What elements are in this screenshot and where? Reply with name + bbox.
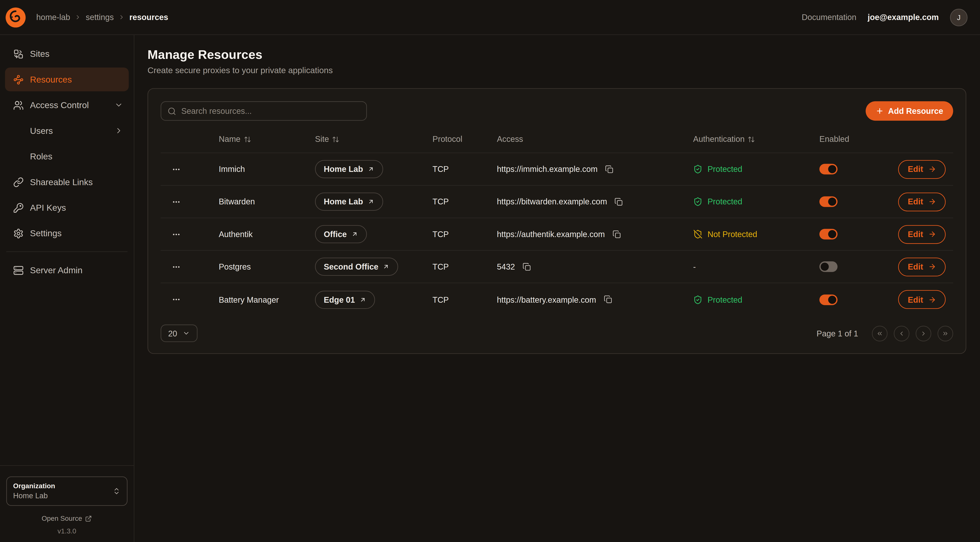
enabled-toggle[interactable] xyxy=(819,164,838,175)
site-link-button[interactable]: Edge 01 xyxy=(315,290,375,309)
search-icon xyxy=(167,107,176,115)
previous-page-button[interactable] xyxy=(894,325,909,341)
add-resource-label: Add Resource xyxy=(888,106,943,116)
column-header-name[interactable]: Name xyxy=(219,134,315,144)
sites-icon xyxy=(13,48,24,59)
sidebar-item-roles[interactable]: Roles xyxy=(5,145,129,168)
edit-button[interactable]: Edit xyxy=(899,257,946,276)
key-icon xyxy=(13,202,24,213)
organization-label: Organization xyxy=(13,481,55,491)
last-page-button[interactable] xyxy=(937,325,953,341)
row-menu-button[interactable] xyxy=(169,260,183,273)
edit-button[interactable]: Edit xyxy=(899,192,946,211)
arrow-right-icon xyxy=(928,295,936,304)
avatar[interactable]: J xyxy=(950,8,967,26)
row-menu-button[interactable] xyxy=(169,195,183,209)
chevrons-left-icon xyxy=(876,330,883,337)
sidebar-item-settings[interactable]: Settings xyxy=(5,222,129,245)
open-source-label: Open Source xyxy=(42,515,82,522)
column-header-authentication[interactable]: Authentication xyxy=(693,134,819,144)
sidebar-item-api-keys[interactable]: API Keys xyxy=(5,196,129,220)
next-page-button[interactable] xyxy=(916,325,931,341)
sort-icon xyxy=(332,135,340,143)
copy-icon[interactable] xyxy=(602,294,614,305)
page-subtitle: Create secure proxies to your private ap… xyxy=(148,65,966,75)
sidebar: Sites Resources Access Control User xyxy=(0,35,134,542)
sidebar-item-label: Roles xyxy=(30,151,52,161)
sidebar-item-resources[interactable]: Resources xyxy=(5,67,129,91)
copy-icon[interactable] xyxy=(604,164,615,175)
first-page-button[interactable] xyxy=(872,325,888,341)
sidebar-item-label: API Keys xyxy=(30,202,66,212)
breadcrumb-org[interactable]: home-lab xyxy=(36,13,70,22)
sort-icon xyxy=(748,135,755,143)
row-menu-button[interactable] xyxy=(169,227,183,241)
sidebar-item-users[interactable]: Users xyxy=(5,119,129,142)
resource-protocol: TCP xyxy=(433,197,497,206)
resource-protocol: TCP xyxy=(433,262,497,271)
pangolin-logo-icon xyxy=(5,6,26,28)
arrow-right-icon xyxy=(928,263,936,271)
resource-protocol: TCP xyxy=(433,230,497,239)
search-input[interactable] xyxy=(181,106,360,116)
breadcrumb-settings[interactable]: settings xyxy=(86,13,114,22)
site-link-button[interactable]: Home Lab xyxy=(315,160,383,178)
resource-name: Battery Manager xyxy=(219,295,315,304)
chevron-right-icon xyxy=(118,14,125,21)
site-link-button[interactable]: Second Office xyxy=(315,258,398,276)
open-source-link[interactable]: Open Source xyxy=(6,515,128,522)
organization-selector[interactable]: Organization Home Lab xyxy=(6,477,128,506)
page-info: Page 1 of 1 xyxy=(816,328,858,338)
column-header-protocol: Protocol xyxy=(433,134,497,144)
ellipsis-icon xyxy=(172,197,181,206)
edit-button[interactable]: Edit xyxy=(899,225,946,244)
authentication-badge: Protected xyxy=(693,295,742,304)
table-row: Authentik Office TCP https://authentik.e… xyxy=(161,218,953,251)
arrow-right-icon xyxy=(928,230,936,238)
row-menu-button[interactable] xyxy=(169,293,183,306)
gear-icon xyxy=(13,228,24,239)
ellipsis-icon xyxy=(172,262,181,271)
user-email[interactable]: joe@example.com xyxy=(868,13,939,22)
table-header: Name Site Protocol Access Authentication… xyxy=(161,126,953,153)
edit-button[interactable]: Edit xyxy=(899,290,946,309)
site-link-button[interactable]: Office xyxy=(315,225,367,243)
site-link-button[interactable]: Home Lab xyxy=(315,193,383,211)
enabled-toggle[interactable] xyxy=(819,229,838,239)
page-size-select[interactable]: 20 xyxy=(161,325,198,342)
enabled-toggle[interactable] xyxy=(819,261,838,272)
sidebar-item-sites[interactable]: Sites xyxy=(5,42,129,65)
plus-icon xyxy=(876,107,884,115)
page-title: Manage Resources xyxy=(148,48,966,62)
external-link-icon xyxy=(85,515,92,522)
sidebar-item-shareable-links[interactable]: Shareable Links xyxy=(5,170,129,194)
column-header-site[interactable]: Site xyxy=(315,134,433,144)
sidebar-item-access-control[interactable]: Access Control xyxy=(5,93,129,117)
add-resource-button[interactable]: Add Resource xyxy=(865,101,953,121)
table-row: Postgres Second Office TCP 5432 - xyxy=(161,251,953,283)
shield-check-icon xyxy=(693,164,703,174)
resource-protocol: TCP xyxy=(433,295,497,304)
copy-icon[interactable] xyxy=(521,261,532,272)
ellipsis-icon xyxy=(172,230,181,239)
authentication-badge: Protected xyxy=(693,197,742,206)
enabled-toggle[interactable] xyxy=(819,294,838,305)
column-header-access: Access xyxy=(497,134,693,144)
table-body: Immich Home Lab TCP https://immich.examp… xyxy=(161,153,953,316)
sidebar-item-label: Sites xyxy=(30,49,49,59)
resource-name: Immich xyxy=(219,164,315,174)
sidebar-divider xyxy=(6,251,128,252)
edit-button[interactable]: Edit xyxy=(899,160,946,179)
documentation-link[interactable]: Documentation xyxy=(802,13,856,22)
enabled-toggle[interactable] xyxy=(819,196,838,207)
shield-check-icon xyxy=(693,295,703,304)
resource-access: 5432 xyxy=(497,261,693,272)
copy-icon[interactable] xyxy=(613,196,625,207)
copy-icon[interactable] xyxy=(611,228,622,240)
chevron-right-icon xyxy=(920,330,927,337)
breadcrumb: home-lab settings resources xyxy=(36,13,168,22)
resources-card: Add Resource Name Site Protocol Acce xyxy=(148,88,966,354)
sidebar-item-label: Access Control xyxy=(30,100,89,110)
row-menu-button[interactable] xyxy=(169,162,183,176)
sidebar-item-server-admin[interactable]: Server Admin xyxy=(5,258,129,282)
